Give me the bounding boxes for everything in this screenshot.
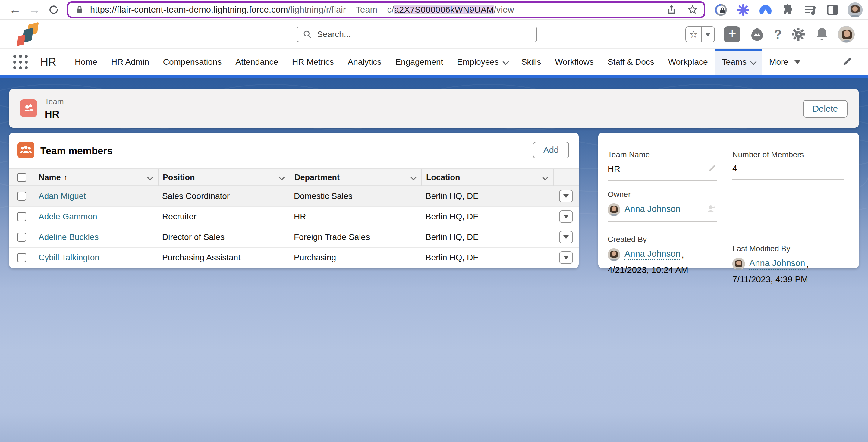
field-label-number-of-members: Number of Members [733,150,844,159]
row-checkbox[interactable] [9,253,34,262]
nav-tab-hr-admin[interactable]: HR Admin [104,49,156,75]
member-name-link[interactable]: Adan Miguet [38,191,86,201]
nav-tab-engagement[interactable]: Engagement [388,49,450,75]
user-avatar[interactable] [838,26,855,43]
side-panel-icon[interactable] [825,3,840,17]
add-button[interactable]: Add [533,141,569,158]
url-object: flair__Team__c [332,5,392,14]
member-name-link[interactable]: Adele Gammon [38,212,97,221]
nav-tab-compensations[interactable]: Compensations [156,49,229,75]
edit-team-name-pencil-icon[interactable] [708,164,717,175]
favorites-star-icon[interactable]: ☆ [686,27,702,42]
nav-tab-home[interactable]: Home [68,49,104,75]
address-bar[interactable]: https://flair-content-team-demo.lightnin… [67,1,705,18]
owner-link[interactable]: Anna Johnson [624,204,680,215]
cell-department: Purchasing [290,253,421,262]
flair-logo[interactable] [18,24,43,46]
browser-back-icon[interactable]: ← [7,2,23,18]
nav-label: Workplace [668,57,708,67]
nav-label: Home [75,57,97,67]
notifications-bell-button[interactable] [815,25,829,43]
modified-by-avatar [733,258,745,270]
table-row[interactable]: Cybill Talkington Purchasing Assistant P… [9,248,579,268]
member-name-link[interactable]: Adeline Buckles [38,232,98,242]
nav-tab-employees[interactable]: Employees [450,49,515,75]
url-suffix: /view [494,5,514,14]
search-input[interactable] [317,30,531,39]
global-search[interactable] [297,27,537,42]
column-menu-chevron-icon[interactable] [542,174,548,180]
table-row[interactable]: Adele Gammon Recruiter HR Berlin HQ, DE [9,207,579,227]
browser-profile-avatar[interactable] [847,2,863,18]
nav-tab-skills[interactable]: Skills [515,49,548,75]
row-actions-button[interactable] [559,231,573,244]
nav-tab-analytics[interactable]: Analytics [341,49,388,75]
sort-ascending-icon: ↑ [64,173,68,182]
table-row[interactable]: Adeline Buckles Director of Sales Foreig… [9,227,579,248]
favorites-caret-icon[interactable] [702,27,714,42]
row-actions-button[interactable] [559,190,573,202]
select-all-checkbox[interactable] [9,169,34,186]
chevron-down-icon[interactable] [750,59,756,65]
nav-tab-workflows[interactable]: Workflows [548,49,601,75]
row-actions-button[interactable] [559,210,573,223]
table-row[interactable]: Adan Miguet Sales Coordinator Domestic S… [9,186,579,207]
created-by-link[interactable]: Anna Johnson [624,249,680,260]
edit-navigation-pencil-icon[interactable] [841,56,853,68]
row-checkbox[interactable] [9,192,34,201]
browser-reload-icon[interactable] [46,2,61,18]
url-domain: https://flair-content-team-demo.lightnin… [90,5,288,14]
nav-tab-attendance[interactable]: Attendance [228,49,285,75]
asterisk-extension-icon[interactable] [736,3,750,17]
column-header-location[interactable]: Location [421,169,553,186]
extensions-puzzle-icon[interactable] [781,3,795,17]
favorites-button[interactable]: ☆ [685,26,715,42]
nav-label: Engagement [395,57,443,67]
bookmark-star-icon[interactable] [687,4,698,15]
playlist-extension-icon[interactable] [803,3,817,17]
table-header-row: Name ↑ Position Department Location [9,168,579,186]
column-header-name[interactable]: Name ↑ [34,169,158,186]
team-members-icon [18,141,34,158]
field-label-team-name: Team Name [608,150,717,159]
member-name-link[interactable]: Cybill Talkington [38,253,99,262]
help-button[interactable]: ? [774,25,782,43]
column-menu-chevron-icon[interactable] [147,174,153,180]
cell-position: Director of Sales [158,232,290,242]
nav-tab-hr-metrics[interactable]: HR Metrics [285,49,341,75]
team-name-value: HR [608,164,620,174]
row-checkbox[interactable] [9,212,34,221]
nav-tab-teams-active[interactable]: Teams [715,49,762,75]
url-text[interactable]: https://flair-content-team-demo.lightnin… [90,5,514,15]
logo-shape-coral [17,34,25,46]
delete-button[interactable]: Delete [803,100,847,118]
app-launcher-icon[interactable] [13,55,30,69]
browser-toolbar: ← → https://flair-content-team-demo.ligh… [0,0,868,20]
nav-label: Analytics [347,57,381,67]
column-header-department[interactable]: Department [290,169,421,186]
modified-date: 7/11/2023, 4:39 PM [733,275,844,290]
nav-tab-more[interactable]: More [762,49,807,75]
nav-label: Skills [521,57,541,67]
column-menu-chevron-icon[interactable] [410,174,416,180]
chevron-down-icon[interactable] [502,59,509,65]
share-icon[interactable] [666,4,677,15]
column-menu-chevron-icon[interactable] [278,174,285,180]
change-owner-icon[interactable] [707,204,717,216]
global-actions-button[interactable]: + [724,26,740,42]
column-header-position[interactable]: Position [158,169,290,186]
setup-gear-button[interactable] [791,25,806,43]
vpn-extension-icon[interactable] [758,3,773,17]
guidance-button[interactable] [749,25,765,43]
row-actions-button[interactable] [559,251,573,264]
password-manager-extension-icon[interactable] [714,3,728,17]
record-title: HR [44,108,64,120]
column-label: Name [38,173,61,182]
url-path-prefix: /lightning/r/ [288,5,332,14]
modified-by-link[interactable]: Anna Johnson [749,258,805,270]
nav-tab-workplace[interactable]: Workplace [661,49,715,75]
url-separator: / [392,5,394,14]
nav-tab-staff-docs[interactable]: Staff & Docs [601,49,661,75]
nav-label: Employees [457,57,499,67]
row-checkbox[interactable] [9,232,34,242]
